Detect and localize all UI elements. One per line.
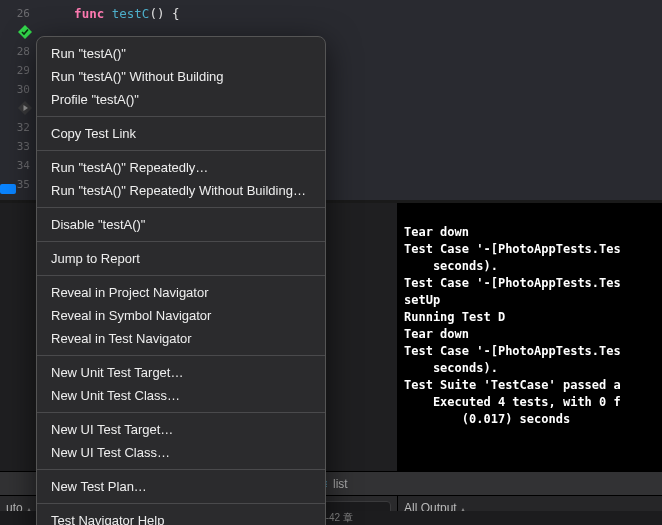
menu-new-unit-target[interactable]: New Unit Test Target…: [37, 361, 325, 384]
test-context-menu: Run "testA()" Run "testA()" Without Buil…: [36, 36, 326, 525]
menu-separator: [37, 503, 325, 504]
menu-separator: [37, 275, 325, 276]
menu-separator: [37, 412, 325, 413]
menu-run-repeatedly[interactable]: Run "testA()" Repeatedly…: [37, 156, 325, 179]
menu-copy-test-link[interactable]: Copy Test Link: [37, 122, 325, 145]
menu-separator: [37, 355, 325, 356]
menu-disable[interactable]: Disable "testA()": [37, 213, 325, 236]
test-success-icon[interactable]: [18, 25, 32, 39]
menu-profile[interactable]: Profile "testA()": [37, 88, 325, 111]
run-test-gutter-icon[interactable]: [18, 101, 32, 115]
menu-new-unit-class[interactable]: New Unit Test Class…: [37, 384, 325, 407]
menu-new-test-plan[interactable]: New Test Plan…: [37, 475, 325, 498]
menu-new-ui-class[interactable]: New UI Test Class…: [37, 441, 325, 464]
console-output[interactable]: Tear down Test Case '-[PhotoAppTests.Tes…: [398, 203, 662, 495]
breakpoint-marker[interactable]: [0, 184, 16, 194]
menu-separator: [37, 241, 325, 242]
menu-run-without-building[interactable]: Run "testA()" Without Building: [37, 65, 325, 88]
menu-separator: [37, 207, 325, 208]
line-number-gutter: 26 28 29 30 32 33 34 35: [0, 0, 36, 200]
menu-jump-to-report[interactable]: Jump to Report: [37, 247, 325, 270]
menu-new-ui-target[interactable]: New UI Test Target…: [37, 418, 325, 441]
menu-reveal-test[interactable]: Reveal in Test Navigator: [37, 327, 325, 350]
menu-separator: [37, 469, 325, 470]
tab-label[interactable]: list: [333, 477, 348, 491]
menu-run[interactable]: Run "testA()": [37, 42, 325, 65]
menu-reveal-symbol[interactable]: Reveal in Symbol Navigator: [37, 304, 325, 327]
menu-separator: [37, 116, 325, 117]
menu-run-repeatedly-without-building[interactable]: Run "testA()" Repeatedly Without Buildin…: [37, 179, 325, 202]
menu-reveal-project[interactable]: Reveal in Project Navigator: [37, 281, 325, 304]
menu-help[interactable]: Test Navigator Help: [37, 509, 325, 525]
menu-separator: [37, 150, 325, 151]
